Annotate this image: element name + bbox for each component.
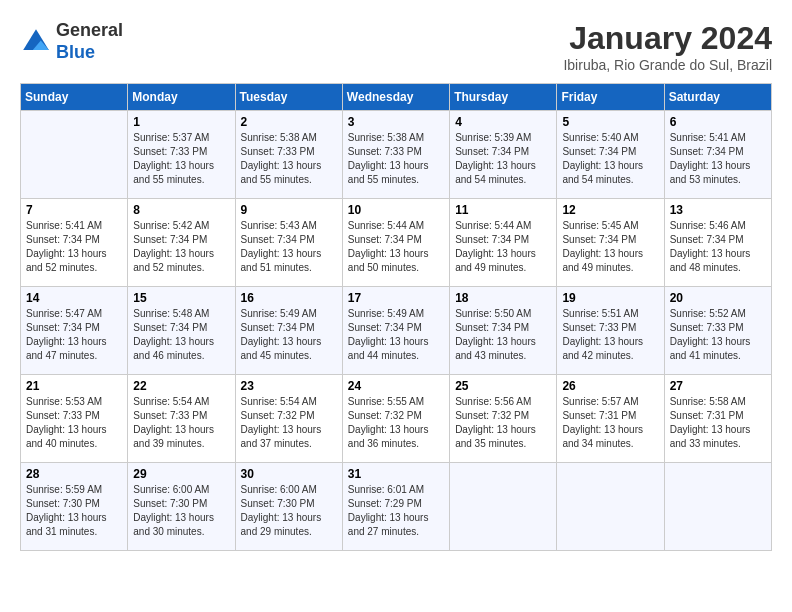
calendar-cell: 5Sunrise: 5:40 AM Sunset: 7:34 PM Daylig… [557,111,664,199]
day-info: Sunrise: 5:53 AM Sunset: 7:33 PM Dayligh… [26,395,122,451]
calendar-cell: 8Sunrise: 5:42 AM Sunset: 7:34 PM Daylig… [128,199,235,287]
calendar-cell [664,463,771,551]
day-number: 19 [562,291,658,305]
day-info: Sunrise: 5:49 AM Sunset: 7:34 PM Dayligh… [348,307,444,363]
day-number: 30 [241,467,337,481]
logo: General Blue [20,20,123,63]
day-info: Sunrise: 5:39 AM Sunset: 7:34 PM Dayligh… [455,131,551,187]
day-number: 11 [455,203,551,217]
day-number: 9 [241,203,337,217]
calendar-week-row: 21Sunrise: 5:53 AM Sunset: 7:33 PM Dayli… [21,375,772,463]
calendar-cell: 28Sunrise: 5:59 AM Sunset: 7:30 PM Dayli… [21,463,128,551]
page-header: General Blue January 2024 Ibiruba, Rio G… [20,20,772,73]
day-number: 7 [26,203,122,217]
day-info: Sunrise: 5:49 AM Sunset: 7:34 PM Dayligh… [241,307,337,363]
day-number: 29 [133,467,229,481]
weekday-header: Friday [557,84,664,111]
calendar-cell: 19Sunrise: 5:51 AM Sunset: 7:33 PM Dayli… [557,287,664,375]
calendar-cell: 2Sunrise: 5:38 AM Sunset: 7:33 PM Daylig… [235,111,342,199]
day-info: Sunrise: 5:54 AM Sunset: 7:33 PM Dayligh… [133,395,229,451]
calendar-cell: 4Sunrise: 5:39 AM Sunset: 7:34 PM Daylig… [450,111,557,199]
calendar-body: 1Sunrise: 5:37 AM Sunset: 7:33 PM Daylig… [21,111,772,551]
day-number: 4 [455,115,551,129]
title-block: January 2024 Ibiruba, Rio Grande do Sul,… [563,20,772,73]
day-info: Sunrise: 5:52 AM Sunset: 7:33 PM Dayligh… [670,307,766,363]
calendar-cell: 24Sunrise: 5:55 AM Sunset: 7:32 PM Dayli… [342,375,449,463]
day-number: 16 [241,291,337,305]
day-info: Sunrise: 5:37 AM Sunset: 7:33 PM Dayligh… [133,131,229,187]
day-number: 2 [241,115,337,129]
calendar-cell: 20Sunrise: 5:52 AM Sunset: 7:33 PM Dayli… [664,287,771,375]
calendar-cell: 14Sunrise: 5:47 AM Sunset: 7:34 PM Dayli… [21,287,128,375]
day-info: Sunrise: 5:43 AM Sunset: 7:34 PM Dayligh… [241,219,337,275]
day-number: 26 [562,379,658,393]
calendar-cell: 30Sunrise: 6:00 AM Sunset: 7:30 PM Dayli… [235,463,342,551]
logo-icon [20,26,52,58]
day-number: 23 [241,379,337,393]
calendar-cell: 3Sunrise: 5:38 AM Sunset: 7:33 PM Daylig… [342,111,449,199]
day-info: Sunrise: 5:56 AM Sunset: 7:32 PM Dayligh… [455,395,551,451]
day-info: Sunrise: 5:47 AM Sunset: 7:34 PM Dayligh… [26,307,122,363]
day-number: 12 [562,203,658,217]
calendar-header: SundayMondayTuesdayWednesdayThursdayFrid… [21,84,772,111]
calendar-table: SundayMondayTuesdayWednesdayThursdayFrid… [20,83,772,551]
day-info: Sunrise: 5:44 AM Sunset: 7:34 PM Dayligh… [455,219,551,275]
day-number: 24 [348,379,444,393]
calendar-week-row: 1Sunrise: 5:37 AM Sunset: 7:33 PM Daylig… [21,111,772,199]
weekday-row: SundayMondayTuesdayWednesdayThursdayFrid… [21,84,772,111]
day-number: 6 [670,115,766,129]
day-number: 22 [133,379,229,393]
day-info: Sunrise: 5:48 AM Sunset: 7:34 PM Dayligh… [133,307,229,363]
day-info: Sunrise: 5:38 AM Sunset: 7:33 PM Dayligh… [241,131,337,187]
weekday-header: Tuesday [235,84,342,111]
calendar-cell: 11Sunrise: 5:44 AM Sunset: 7:34 PM Dayli… [450,199,557,287]
weekday-header: Sunday [21,84,128,111]
calendar-week-row: 28Sunrise: 5:59 AM Sunset: 7:30 PM Dayli… [21,463,772,551]
day-info: Sunrise: 5:51 AM Sunset: 7:33 PM Dayligh… [562,307,658,363]
weekday-header: Saturday [664,84,771,111]
calendar-cell: 17Sunrise: 5:49 AM Sunset: 7:34 PM Dayli… [342,287,449,375]
calendar-cell: 15Sunrise: 5:48 AM Sunset: 7:34 PM Dayli… [128,287,235,375]
day-number: 20 [670,291,766,305]
day-info: Sunrise: 5:54 AM Sunset: 7:32 PM Dayligh… [241,395,337,451]
calendar-cell: 27Sunrise: 5:58 AM Sunset: 7:31 PM Dayli… [664,375,771,463]
day-number: 13 [670,203,766,217]
day-info: Sunrise: 6:00 AM Sunset: 7:30 PM Dayligh… [133,483,229,539]
day-info: Sunrise: 5:58 AM Sunset: 7:31 PM Dayligh… [670,395,766,451]
day-info: Sunrise: 5:45 AM Sunset: 7:34 PM Dayligh… [562,219,658,275]
day-info: Sunrise: 6:00 AM Sunset: 7:30 PM Dayligh… [241,483,337,539]
calendar-cell: 6Sunrise: 5:41 AM Sunset: 7:34 PM Daylig… [664,111,771,199]
month-title: January 2024 [563,20,772,57]
calendar-cell: 16Sunrise: 5:49 AM Sunset: 7:34 PM Dayli… [235,287,342,375]
day-number: 25 [455,379,551,393]
day-number: 1 [133,115,229,129]
calendar-cell: 26Sunrise: 5:57 AM Sunset: 7:31 PM Dayli… [557,375,664,463]
day-info: Sunrise: 5:59 AM Sunset: 7:30 PM Dayligh… [26,483,122,539]
day-info: Sunrise: 5:42 AM Sunset: 7:34 PM Dayligh… [133,219,229,275]
calendar-cell: 22Sunrise: 5:54 AM Sunset: 7:33 PM Dayli… [128,375,235,463]
calendar-cell: 10Sunrise: 5:44 AM Sunset: 7:34 PM Dayli… [342,199,449,287]
calendar-cell: 25Sunrise: 5:56 AM Sunset: 7:32 PM Dayli… [450,375,557,463]
calendar-cell: 23Sunrise: 5:54 AM Sunset: 7:32 PM Dayli… [235,375,342,463]
calendar-cell: 1Sunrise: 5:37 AM Sunset: 7:33 PM Daylig… [128,111,235,199]
calendar-cell: 18Sunrise: 5:50 AM Sunset: 7:34 PM Dayli… [450,287,557,375]
calendar-cell [557,463,664,551]
day-info: Sunrise: 5:40 AM Sunset: 7:34 PM Dayligh… [562,131,658,187]
calendar-week-row: 14Sunrise: 5:47 AM Sunset: 7:34 PM Dayli… [21,287,772,375]
day-number: 15 [133,291,229,305]
calendar-cell: 7Sunrise: 5:41 AM Sunset: 7:34 PM Daylig… [21,199,128,287]
day-number: 31 [348,467,444,481]
day-number: 28 [26,467,122,481]
day-number: 18 [455,291,551,305]
calendar-cell: 31Sunrise: 6:01 AM Sunset: 7:29 PM Dayli… [342,463,449,551]
weekday-header: Monday [128,84,235,111]
day-number: 8 [133,203,229,217]
day-number: 3 [348,115,444,129]
calendar-cell: 12Sunrise: 5:45 AM Sunset: 7:34 PM Dayli… [557,199,664,287]
day-info: Sunrise: 5:44 AM Sunset: 7:34 PM Dayligh… [348,219,444,275]
day-info: Sunrise: 5:41 AM Sunset: 7:34 PM Dayligh… [26,219,122,275]
weekday-header: Thursday [450,84,557,111]
day-number: 17 [348,291,444,305]
calendar-cell: 29Sunrise: 6:00 AM Sunset: 7:30 PM Dayli… [128,463,235,551]
calendar-cell: 9Sunrise: 5:43 AM Sunset: 7:34 PM Daylig… [235,199,342,287]
